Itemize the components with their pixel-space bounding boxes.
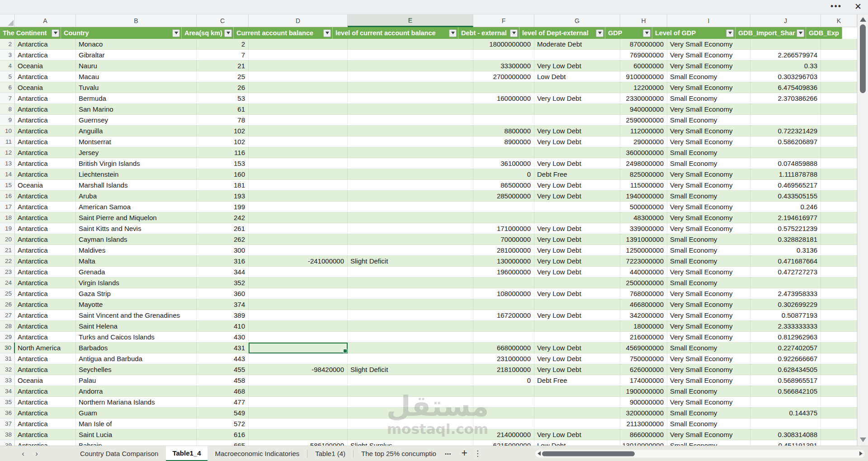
cell-A6[interactable]: Oceania [15,82,76,93]
cell-E26[interactable] [348,299,473,310]
column-header-D[interactable]: D [249,14,348,27]
cell-I3[interactable]: Very Small Economy [667,50,750,61]
cell-D4[interactable] [249,61,348,71]
cell-D11[interactable] [249,136,348,147]
cell-A38[interactable]: Antarctica [15,429,76,440]
cell-E11[interactable] [348,136,473,147]
table-header-D[interactable]: Current account balance [234,27,333,39]
cell-B39[interactable]: Bahrain [76,440,197,446]
table-header-K[interactable]: GDB_Exp [806,27,842,39]
cell-I15[interactable]: Very Small Economy [667,180,750,191]
cell-C25[interactable]: 360 [197,288,249,299]
cell-B24[interactable]: Virgin Islands [76,278,197,288]
cell-K24[interactable] [821,278,857,288]
column-header-I[interactable]: I [667,14,750,27]
cell-J7[interactable]: 2.370386266 [750,93,821,104]
cell-F3[interactable] [473,50,534,61]
sheet-tab-country-data-comparison[interactable]: Country Data Comparison [72,446,166,461]
cell-J27[interactable]: 0.50877193 [750,310,821,321]
cell-H30[interactable]: 4569000000 [620,343,667,353]
horizontal-scrollbar-thumb[interactable] [542,451,635,456]
cell-D20[interactable] [249,234,348,245]
cell-C30[interactable]: 431 [197,343,249,353]
cell-K32[interactable] [821,364,857,375]
row-header-30[interactable]: 30 [0,343,15,353]
cell-D35[interactable] [249,397,348,408]
row-header-7[interactable]: 7 [0,93,15,104]
cell-C15[interactable]: 181 [197,180,249,191]
cell-J11[interactable]: 0.586206897 [750,136,821,147]
cell-I32[interactable]: Very Small Economy [667,364,750,375]
cell-H8[interactable]: 940000000 [620,104,667,115]
cell-K7[interactable] [821,93,857,104]
cell-E18[interactable] [348,212,473,223]
cell-G19[interactable]: Very Low Debt [534,223,620,234]
cell-E15[interactable] [348,180,473,191]
cell-E27[interactable] [348,310,473,321]
cell-H23[interactable]: 440000000 [620,267,667,278]
cell-C39[interactable]: 665 [197,440,249,446]
cell-D37[interactable] [249,419,348,429]
cell-B32[interactable]: Seychelles [76,364,197,375]
cell-D27[interactable] [249,310,348,321]
row-header-19[interactable]: 19 [0,223,15,234]
cell-A27[interactable]: Antarctica [15,310,76,321]
cell-E16[interactable] [348,191,473,202]
cell-G6[interactable] [534,82,620,93]
cell-D28[interactable] [249,321,348,332]
cell-I14[interactable]: Very Small Economy [667,169,750,180]
cell-J31[interactable]: 0.922666667 [750,353,821,364]
cell-A3[interactable]: Antarctica [15,50,76,61]
cell-C20[interactable]: 262 [197,234,249,245]
cell-J10[interactable]: 0.722321429 [750,126,821,136]
cell-I11[interactable]: Very Small Economy [667,136,750,147]
cell-G35[interactable] [534,397,620,408]
cell-K31[interactable] [821,353,857,364]
row-header-37[interactable]: 37 [0,419,15,429]
cell-J28[interactable]: 2.333333333 [750,321,821,332]
cell-K16[interactable] [821,191,857,202]
cell-G30[interactable]: Very Low Debt [534,343,620,353]
cell-J22[interactable]: 0.471687664 [750,256,821,267]
cell-A32[interactable]: Antarctica [15,364,76,375]
cell-A4[interactable]: Oceania [15,61,76,71]
cell-I39[interactable]: Small Economy [667,440,750,446]
cell-I27[interactable]: Very Small Economy [667,310,750,321]
cell-J38[interactable]: 0.308314088 [750,429,821,440]
cell-C10[interactable]: 102 [197,126,249,136]
sheet-tab-table1-4-active[interactable]: Table1_4 [166,446,207,461]
cell-A26[interactable]: Antarctica [15,299,76,310]
cell-K14[interactable] [821,169,857,180]
vertical-scrollbar[interactable] [857,14,868,446]
cell-F26[interactable] [473,299,534,310]
cell-F14[interactable]: 0 [473,169,534,180]
cell-B18[interactable]: Saint Pierre and Miquelon [76,212,197,223]
cell-F33[interactable]: 0 [473,375,534,386]
cell-C2[interactable]: 2 [197,39,249,50]
scroll-down-icon[interactable] [860,437,866,442]
sheet-menu-icon[interactable]: ⋮ [474,449,481,458]
cell-G21[interactable]: Very Low Debt [534,245,620,256]
cell-F25[interactable]: 108000000 [473,288,534,299]
cell-I2[interactable]: Very Small Economy [667,39,750,50]
cell-K30[interactable] [821,343,857,353]
row-header-5[interactable]: 5 [0,71,15,82]
cell-E33[interactable] [348,375,473,386]
cell-C18[interactable]: 242 [197,212,249,223]
cell-B13[interactable]: British Virgin Islands [76,158,197,169]
cell-H4[interactable]: 60000000 [620,61,667,71]
cell-C28[interactable]: 410 [197,321,249,332]
cell-E17[interactable] [348,202,473,212]
sheet-tab-macroeconomic-indicatories[interactable]: Macroeconomic Indicatories [208,446,307,461]
cell-F5[interactable]: 2700000000 [473,71,534,82]
cell-G32[interactable]: Very Low Debt [534,364,620,375]
sheet-tab-the-top-25[interactable]: The top 25% concumptio [354,446,444,461]
cell-B35[interactable]: Northern Mariana Islands [76,397,197,408]
cell-E19[interactable] [348,223,473,234]
cell-K5[interactable] [821,71,857,82]
cell-I7[interactable]: Small Economy [667,93,750,104]
cell-C5[interactable]: 25 [197,71,249,82]
cell-E24[interactable] [348,278,473,288]
table-header-H[interactable]: GDP [605,27,652,39]
cell-A15[interactable]: Oceania [15,180,76,191]
